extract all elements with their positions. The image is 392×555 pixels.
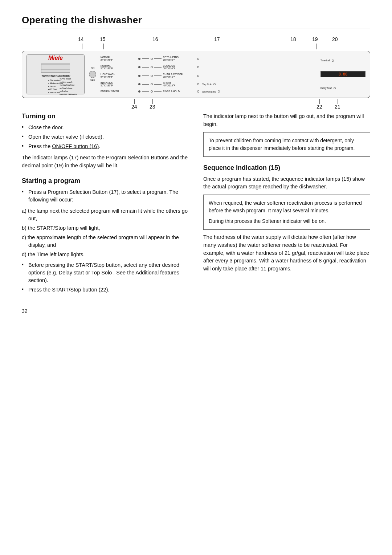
num-15: 15: [100, 36, 106, 42]
prevent-children-box: To prevent children from coming into con…: [203, 132, 370, 157]
num-23: 23: [150, 104, 155, 110]
top-solo-label: Top Solo: [202, 83, 212, 86]
display-readout: 8.88: [320, 71, 366, 77]
prog-label-economy: ECONOMY50°C/130°F: [163, 65, 196, 70]
page-number: 32: [22, 308, 370, 314]
bullet-press-selection: Press a Program Selection Button (17), t…: [22, 188, 189, 204]
prog-line: [154, 58, 162, 59]
prog-line: [142, 58, 149, 59]
delay-start-label: Delay Start: [320, 87, 332, 90]
on-off-button: [89, 71, 96, 78]
time-left-row: Time Left: [320, 59, 366, 62]
num-21: 21: [335, 104, 340, 110]
time-left-label: Time Left: [320, 59, 330, 62]
left-column: Turning on Close the door. Open the wate…: [22, 113, 189, 297]
prog-line: [142, 91, 149, 92]
prog-label-normal-60: NORMAL60°C/130°F: [101, 56, 137, 62]
right-indicator-labels: ● Softener ● Pre-wash ● Main wash ● Inte…: [60, 74, 77, 96]
prog-dot: [138, 66, 140, 68]
panel-brand-section: Miele TURBOTHERMIC PLUS ● Spraystem ● Wa…: [26, 54, 85, 94]
alpha-d: d) the Time left lamp lights.: [22, 251, 189, 258]
prog-label-china: CHINA & CRYSTAL40°C/115°F: [163, 73, 196, 79]
prog-label-intensive: INTENSIVE55°C/130°F: [101, 82, 137, 87]
prog-dot: [197, 75, 199, 77]
onoff-underline: ON/OFF button (16): [52, 143, 99, 149]
bullet-before-pressing: Before pressing the START/Stop button, s…: [22, 261, 189, 284]
right-column: The indicator lamp next to the button wi…: [203, 113, 370, 297]
water-softener-text1: When required, the water softener reacti…: [209, 199, 365, 215]
delay-start-row: Delay Start: [320, 87, 366, 90]
num-24: 24: [131, 104, 137, 110]
hardness-text: The hardness of the water supply will di…: [203, 233, 370, 273]
starting-program-list-2: Before pressing the START/Stop button, s…: [22, 261, 189, 294]
prog-dot: [213, 83, 216, 85]
prog-dot: [197, 66, 199, 68]
prog-row-2: NORMAL50°C/130°F ECONOMY50°C/130°F: [101, 65, 318, 70]
prog-line: [142, 84, 149, 85]
prog-label-pots: POTS & PANS70°C/170°F: [163, 56, 196, 62]
turning-on-body: The indicator lamps (17) next to the Pro…: [22, 154, 189, 170]
alpha-c: c) the approximate length of the selecte…: [22, 234, 189, 249]
on-off-section: ON OFF: [89, 67, 96, 82]
prevent-children-text: To prevent children from coming into con…: [209, 137, 365, 152]
miele-logo: Miele: [48, 55, 63, 61]
num-19: 19: [312, 36, 318, 42]
prog-dot-outline: [151, 75, 153, 77]
turning-on-heading: Turning on: [22, 113, 189, 120]
prog-line: [154, 67, 162, 68]
prog-dot: [138, 58, 140, 60]
bullet-close-door: Close the door.: [22, 124, 189, 131]
num-17: 17: [214, 36, 220, 42]
prog-line: [142, 67, 149, 68]
water-softener-text2: During this process the Softener indicat…: [209, 217, 365, 225]
main-content: Turning on Close the door. Open the wate…: [22, 113, 370, 297]
prog-label-lightwash: LIGHT WASH50°C/130°F: [101, 73, 137, 79]
prog-dot-outline: [151, 90, 153, 93]
prog-row-3: LIGHT WASH50°C/130°F CHINA & CRYSTAL40°C…: [101, 73, 318, 79]
off-label: OFF: [90, 79, 95, 82]
prog-dot: [138, 83, 140, 85]
prog-row-1: NORMAL60°C/130°F POTS & PANS70°C/170°F: [101, 56, 318, 62]
prog-dot: [138, 90, 140, 93]
prog-label-rinseholed: RINSE & HOLD: [163, 90, 196, 93]
prog-label-normal-50: NORMAL50°C/130°F: [101, 65, 137, 70]
prog-dot-outline: [151, 83, 153, 85]
prog-label-energysaver: ENERGY SAVER: [101, 90, 137, 93]
prog-line: [142, 76, 149, 76]
bottom-numbers-row: 24 23 22 21: [22, 99, 370, 110]
start-stop-label: START/Stop: [202, 90, 216, 93]
sequence-indication-body: Once a program has started, the sequence…: [203, 175, 370, 191]
prog-dot: [197, 83, 199, 85]
water-softener-box: When required, the water softener reacti…: [203, 195, 370, 230]
prog-line: [154, 84, 162, 85]
num-22: 22: [317, 104, 322, 110]
prog-dot: [218, 90, 220, 93]
starting-program-heading: Starting a program: [22, 177, 189, 185]
prog-line: [154, 76, 162, 76]
bullet-press-onoff: Press the ON/OFF button (16).: [22, 143, 189, 150]
on-label: ON: [91, 67, 95, 70]
prog-row-5: ENERGY SAVER RINSE & HOLD START/Stop: [101, 90, 318, 93]
bullet-press-startstop: Press the START/Stop button (22).: [22, 286, 189, 294]
num-16: 16: [152, 36, 158, 42]
num-14: 14: [78, 36, 84, 42]
alpha-a: a) the lamp next the selected program wi…: [22, 207, 189, 223]
prog-dot: [197, 58, 199, 60]
prog-dot-outline: [151, 58, 153, 60]
panel-right-section: Time Left 8.88 Delay Start: [318, 54, 366, 94]
prog-line: [154, 91, 162, 92]
num-20: 20: [332, 36, 338, 42]
sequence-indication-heading: Sequence indication (15): [203, 164, 370, 172]
starting-program-list: Press a Program Selection Button (17), t…: [22, 188, 189, 204]
bullet-open-valve: Open the water valve (if closed).: [22, 133, 189, 141]
prog-dot: [138, 75, 140, 77]
prog-label-short: SHORT40°C/115°F: [163, 82, 196, 87]
delay-start-dot: [334, 87, 336, 89]
alpha-b: b) the START/Stop lamp will light,: [22, 224, 189, 232]
control-panel-box: Miele TURBOTHERMIC PLUS ● Spraystem ● Wa…: [22, 51, 370, 98]
turning-on-list: Close the door. Open the water valve (if…: [22, 124, 189, 150]
time-left-dot: [332, 60, 334, 62]
page-title: Operating the dishwasher: [22, 15, 370, 26]
title-divider: [22, 29, 370, 29]
prog-row-4: INTENSIVE55°C/130°F SHORT40°C/115°F Top …: [101, 82, 318, 87]
